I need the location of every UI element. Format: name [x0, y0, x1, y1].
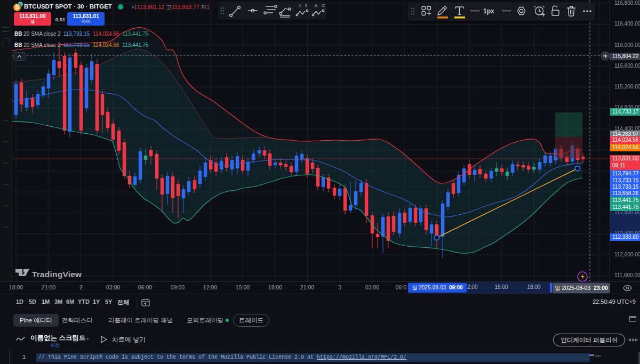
svg-text:1: 1: [299, 3, 301, 8]
svg-text:C: C: [322, 3, 325, 8]
svg-text:5: 5: [305, 3, 307, 8]
svg-text:1px: 1px: [483, 7, 494, 15]
svg-text:A: A: [315, 3, 317, 8]
svg-text:TradingView: TradingView: [32, 270, 82, 279]
